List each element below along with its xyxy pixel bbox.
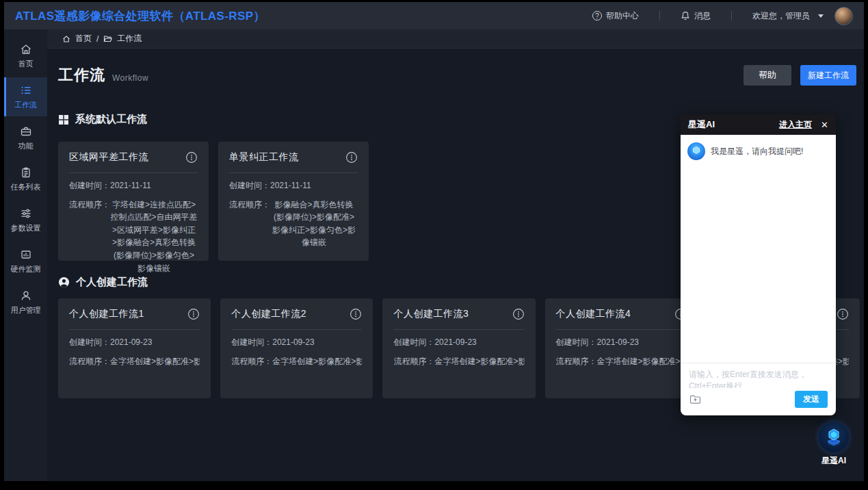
- process-value: 金字塔创建>影像配准>影像融: [110, 355, 200, 368]
- app-window: ATLAS遥感影像综合处理软件（ATLAS-RSP） ? 帮助中心 消息 欢迎您…: [4, 2, 864, 481]
- sidebar-item-parameters[interactable]: 参数设置: [4, 201, 47, 240]
- process-value: 影像融合>真彩色转换(影像降位)>影像配准>影像纠正>影像匀色>影像镶嵌: [270, 198, 358, 249]
- card-title: 单景纠正工作流: [229, 151, 299, 164]
- grid-icon: [58, 114, 69, 125]
- sidebar-item-task-list[interactable]: 任务列表: [4, 159, 47, 198]
- header-divider: [731, 11, 732, 21]
- divider: [69, 329, 200, 330]
- workflow-card[interactable]: 个人创建工作流3 创建时间：2021-09-23 流程顺序：金字塔创建>影像配准…: [382, 298, 535, 398]
- process-label: 流程顺序：: [69, 198, 110, 275]
- bot-avatar: [687, 142, 705, 160]
- process-value: 字塔创建>连接点匹配>控制点匹配>自由网平差>区域网平差>影像纠正>影像融合>真…: [110, 198, 198, 275]
- workflow-card[interactable]: 个人创建工作流2 创建时间：2021-09-23 流程顺序：金字塔创建>影像配准…: [220, 298, 373, 398]
- more-options-icon[interactable]: [345, 151, 358, 164]
- home-icon: [20, 43, 32, 55]
- workflow-card[interactable]: 区域网平差工作流 创建时间：2021-11-11 流程顺序：字塔创建>连接点匹配…: [58, 142, 209, 261]
- created-label: 创建时间：: [69, 336, 110, 349]
- divider: [393, 329, 524, 330]
- chat-title: 星遥AI: [688, 118, 715, 131]
- chevron-down-icon: [818, 14, 824, 18]
- help-center-link[interactable]: ? 帮助中心: [592, 10, 639, 22]
- process-label: 流程顺序：: [231, 355, 272, 368]
- section-title: 个人创建工作流: [76, 276, 148, 289]
- created-value: 2021-09-23: [597, 336, 687, 349]
- app-title: ATLAS遥感影像综合处理软件（ATLAS-RSP）: [15, 8, 265, 24]
- workflow-card[interactable]: 个人创建工作流1 创建时间：2021-09-23 流程顺序：金字塔创建>影像配准…: [58, 298, 211, 398]
- top-header: ATLAS遥感影像综合处理软件（ATLAS-RSP） ? 帮助中心 消息 欢迎您…: [4, 2, 864, 29]
- chat-message-text: 我是星遥，请向我提问吧!: [711, 142, 803, 157]
- chat-home-link[interactable]: 进入主页: [779, 119, 812, 131]
- more-options-icon[interactable]: [187, 308, 200, 320]
- created-label: 创建时间：: [229, 179, 270, 192]
- card-title: 个人创建工作流2: [231, 308, 306, 320]
- created-label: 创建时间：: [556, 336, 597, 349]
- chat-message: 我是星遥，请向我提问吧!: [687, 142, 829, 160]
- bell-icon: [681, 11, 690, 21]
- more-options-icon[interactable]: [512, 308, 525, 320]
- process-label: 流程顺序：: [229, 198, 270, 249]
- created-label: 创建时间：: [69, 179, 110, 192]
- user-menu[interactable]: 欢迎您，管理员: [752, 7, 853, 25]
- sidebar-item-hardware[interactable]: 硬件监测: [4, 242, 47, 281]
- ai-assistant-launcher[interactable]: 星遥AI: [815, 422, 853, 467]
- sidebar-item-label: 任务列表: [11, 182, 41, 192]
- card-title: 个人创建工作流3: [393, 308, 469, 320]
- workflow-card[interactable]: 个人创建工作流4 创建时间：2021-09-23 流程顺序：金字塔创建>影像配准…: [545, 298, 698, 398]
- home-icon: [62, 35, 70, 43]
- sidebar-item-label: 参数设置: [11, 223, 41, 233]
- workflow-card[interactable]: 单景纠正工作流 创建时间：2021-11-11 流程顺序：影像融合>真彩色转换(…: [218, 142, 369, 261]
- messages-link[interactable]: 消息: [681, 10, 711, 22]
- page-subtitle: Workflow: [112, 73, 148, 83]
- divider: [231, 329, 362, 330]
- sidebar-item-users[interactable]: 用户管理: [4, 283, 47, 322]
- sidebar-item-label: 功能: [18, 141, 34, 151]
- process-label: 流程顺序：: [556, 355, 597, 368]
- user-circle-icon: [58, 276, 70, 288]
- help-button[interactable]: 帮助: [744, 65, 791, 86]
- breadcrumb-current: 工作流: [117, 33, 142, 44]
- card-title: 个人创建工作流4: [556, 308, 631, 320]
- process-value: 金字塔创建>影像配准>影像融: [597, 355, 687, 368]
- sidebar-item-workflow[interactable]: 工作流: [4, 77, 47, 116]
- chat-input-area: 发送: [681, 363, 836, 415]
- created-value: 2021-09-23: [110, 336, 200, 349]
- created-value: 2021-09-23: [272, 336, 362, 349]
- process-value: 金字塔创建>影像配准>影像融: [434, 355, 524, 368]
- breadcrumb: 首页 / 工作流: [47, 29, 864, 49]
- close-icon[interactable]: ✕: [821, 120, 828, 130]
- sidebar: 首页 工作流 功能: [4, 29, 47, 481]
- chat-messages: 我是星遥，请向我提问吧!: [681, 135, 836, 363]
- new-workflow-button[interactable]: 新建工作流: [800, 65, 856, 86]
- more-options-icon[interactable]: [185, 151, 198, 164]
- help-center-label: 帮助中心: [606, 10, 639, 22]
- user-avatar[interactable]: [834, 7, 853, 25]
- chat-header: 星遥AI 进入主页 ✕: [681, 114, 836, 135]
- breadcrumb-home[interactable]: 首页: [75, 33, 92, 44]
- divider: [229, 172, 358, 173]
- chat-input[interactable]: [681, 363, 836, 388]
- more-options-icon[interactable]: [350, 308, 362, 320]
- divider: [556, 329, 687, 330]
- sidebar-item-functions[interactable]: 功能: [4, 118, 47, 157]
- sidebar-item-label: 工作流: [14, 100, 37, 110]
- upload-file-icon[interactable]: [689, 393, 702, 406]
- page-title: 工作流: [58, 65, 105, 86]
- created-value: 2021-09-23: [434, 336, 524, 349]
- process-value: 金字塔创建>影像配准>影像融: [272, 355, 362, 368]
- messages-label: 消息: [694, 10, 711, 22]
- workflow-icon: [20, 84, 32, 96]
- ai-logo-icon[interactable]: [819, 422, 849, 452]
- section-title: 系统默认工作流: [75, 113, 147, 126]
- sidebar-item-label: 硬件监测: [11, 264, 41, 274]
- created-label: 创建时间：: [393, 336, 434, 349]
- created-label: 创建时间：: [231, 336, 272, 349]
- sliders-icon: [20, 207, 32, 220]
- more-options-icon[interactable]: [837, 308, 849, 320]
- send-button[interactable]: 发送: [795, 391, 828, 408]
- header-divider: [659, 11, 660, 21]
- divider: [69, 172, 198, 173]
- ai-chat-panel: 星遥AI 进入主页 ✕ 我是星遥，请向我提问吧!: [681, 114, 836, 415]
- sidebar-item-label: 用户管理: [11, 305, 41, 315]
- card-title: 个人创建工作流1: [69, 308, 144, 320]
- sidebar-item-home[interactable]: 首页: [4, 36, 47, 75]
